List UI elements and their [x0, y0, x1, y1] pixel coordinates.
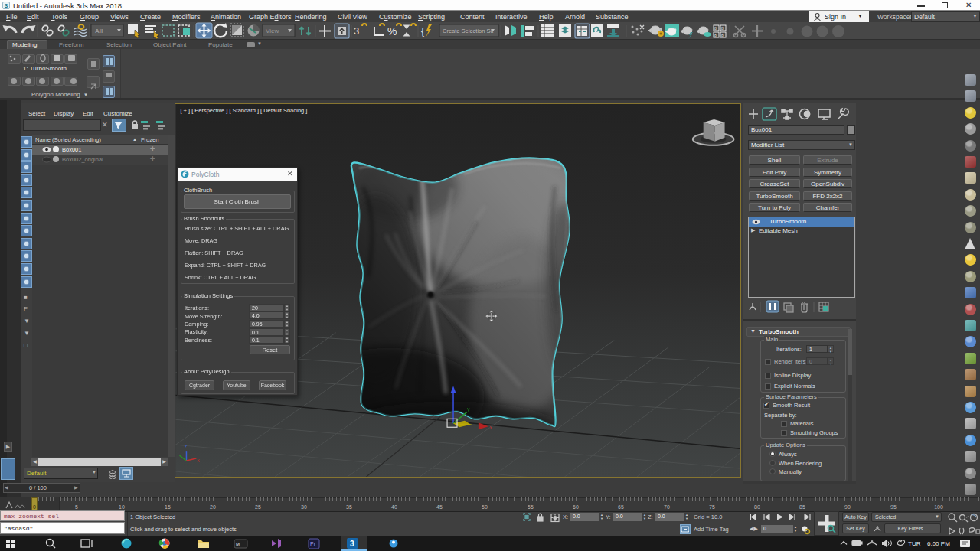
svg-text:8: 8	[714, 33, 717, 37]
svg-text:3: 3	[354, 25, 359, 37]
svg-text:Pr: Pr	[310, 541, 316, 546]
svg-text:TUR: TUR	[908, 540, 921, 547]
svg-text:y: y	[467, 406, 470, 412]
svg-text:8: 8	[721, 33, 724, 37]
svg-text:[ + ] [ Perspective ] [ Standa: [ + ] [ Perspective ] [ Standard ] [ Def…	[180, 107, 307, 114]
svg-text:x: x	[197, 458, 200, 463]
svg-text:Create Selection Se: Create Selection Se	[443, 28, 494, 34]
svg-text:All: All	[95, 28, 103, 34]
svg-text:%: %	[387, 25, 397, 37]
svg-text:M: M	[236, 542, 240, 546]
svg-text:8: 8	[714, 26, 717, 31]
svg-text:6:00 PM: 6:00 PM	[927, 540, 950, 547]
svg-text:{: {	[421, 26, 424, 37]
svg-text:x: x	[490, 425, 493, 430]
svg-text:z: z	[184, 444, 187, 449]
svg-text:View: View	[266, 28, 279, 34]
svg-text:3: 3	[350, 540, 354, 548]
svg-text:8: 8	[721, 26, 724, 31]
